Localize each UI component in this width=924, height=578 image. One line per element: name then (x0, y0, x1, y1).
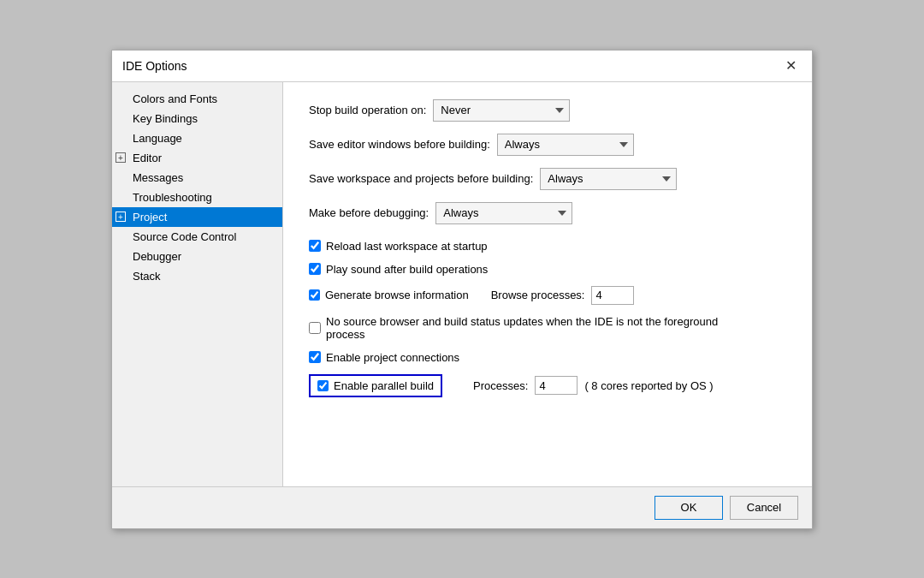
browse-processes-label: Browse processes: (491, 289, 585, 301)
processes-input[interactable] (535, 376, 578, 395)
processes-label: Processes: (473, 379, 528, 392)
stop-build-row: Stop build operation on: Never First err… (309, 99, 786, 122)
sidebar-item-messages[interactable]: Messages (112, 168, 282, 188)
make-debug-label: Make before debugging: (309, 206, 429, 219)
make-debug-row: Make before debugging: Always Never Ask (309, 202, 786, 224)
sidebar-item-debugger[interactable]: Debugger (112, 247, 282, 266)
save-editor-row: Save editor windows before building: Alw… (309, 134, 786, 156)
sidebar-label-colors-fonts: Colors and Fonts (133, 92, 217, 105)
parallel-build-checkbox[interactable] (317, 380, 329, 391)
sidebar-item-source-code-control[interactable]: Source Code Control (112, 227, 282, 247)
no-source-browser-row: No source browser and build status updat… (309, 315, 786, 341)
browse-processes-input[interactable] (591, 286, 634, 305)
sidebar-label-debugger: Debugger (133, 250, 181, 263)
browse-processes-wrapper: Browse processes: (491, 286, 635, 305)
sidebar-item-project[interactable]: + Project (112, 207, 282, 227)
expander-icon-project[interactable]: + (116, 212, 126, 222)
sidebar-label-troubleshooting: Troubleshooting (133, 191, 212, 204)
sidebar-item-colors-fonts[interactable]: Colors and Fonts (112, 89, 282, 109)
parallel-build-label[interactable]: Enable parallel build (334, 379, 434, 392)
save-workspace-wrapper: Always Never Ask (540, 168, 677, 190)
expander-icon-editor[interactable]: + (116, 152, 126, 163)
parallel-build-row: Enable parallel build Processes: ( 8 cor… (309, 374, 786, 397)
sidebar-label-stack: Stack (133, 270, 161, 283)
sidebar-item-stack[interactable]: Stack (112, 266, 282, 286)
enable-project-checkbox[interactable] (309, 351, 321, 363)
save-editor-label: Save editor windows before building: (309, 138, 490, 151)
no-source-browser-checkbox[interactable] (309, 322, 321, 334)
reload-workspace-row: Reload last workspace at startup (309, 240, 786, 253)
save-workspace-select[interactable]: Always Never Ask (540, 168, 677, 190)
sidebar-item-key-bindings[interactable]: Key Bindings (112, 109, 282, 128)
save-workspace-row: Save workspace and projects before build… (309, 168, 786, 190)
title-bar: IDE Options ✕ (112, 51, 812, 82)
browse-info-left: Generate browse information (309, 289, 469, 301)
play-sound-label[interactable]: Play sound after build operations (326, 263, 488, 276)
parallel-processes-wrapper: Processes: ( 8 cores reported by OS ) (473, 376, 714, 395)
browse-info-checkbox[interactable] (309, 289, 320, 301)
browse-info-row: Generate browse information Browse proce… (309, 286, 786, 305)
stop-build-label: Stop build operation on: (309, 104, 426, 116)
parallel-build-left: Enable parallel build (309, 374, 442, 397)
sidebar-item-editor[interactable]: + Editor (112, 148, 282, 168)
sidebar-label-key-bindings: Key Bindings (133, 112, 198, 125)
make-debug-select[interactable]: Always Never Ask (435, 202, 572, 224)
sidebar-label-source-code-control: Source Code Control (133, 230, 236, 243)
ok-button[interactable]: OK (654, 496, 723, 520)
sidebar-label-editor: Editor (133, 152, 162, 164)
enable-project-label[interactable]: Enable project connections (326, 351, 459, 364)
save-editor-select[interactable]: Always Never Ask (497, 134, 634, 156)
no-source-browser-label[interactable]: No source browser and build status updat… (326, 315, 737, 341)
dialog-footer: OK Cancel (112, 486, 812, 528)
sidebar-label-messages: Messages (133, 171, 183, 184)
sidebar-label-project: Project (133, 211, 167, 223)
sidebar: Colors and Fonts Key Bindings Language +… (112, 82, 283, 486)
enable-project-row: Enable project connections (309, 351, 786, 364)
stop-build-wrapper: Never First error Any error (433, 99, 570, 122)
parallel-build-highlighted: Enable parallel build (309, 374, 442, 397)
ide-options-dialog: IDE Options ✕ Colors and Fonts Key Bindi… (111, 50, 813, 529)
stop-build-select[interactable]: Never First error Any error (433, 99, 570, 122)
cores-info: ( 8 cores reported by OS ) (584, 379, 713, 392)
play-sound-row: Play sound after build operations (309, 263, 786, 276)
browse-info-label[interactable]: Generate browse information (325, 289, 469, 301)
reload-workspace-checkbox[interactable] (309, 240, 321, 252)
make-debug-wrapper: Always Never Ask (435, 202, 572, 224)
sidebar-label-language: Language (133, 132, 182, 145)
reload-workspace-label[interactable]: Reload last workspace at startup (326, 240, 488, 253)
dialog-title: IDE Options (122, 59, 187, 73)
save-editor-wrapper: Always Never Ask (497, 134, 634, 156)
play-sound-checkbox[interactable] (309, 263, 321, 275)
sidebar-item-language[interactable]: Language (112, 128, 282, 148)
main-content: Stop build operation on: Never First err… (283, 82, 812, 486)
close-button[interactable]: ✕ (780, 57, 802, 74)
save-workspace-label: Save workspace and projects before build… (309, 172, 533, 185)
cancel-button[interactable]: Cancel (730, 496, 798, 520)
dialog-body: Colors and Fonts Key Bindings Language +… (112, 82, 812, 486)
sidebar-item-troubleshooting[interactable]: Troubleshooting (112, 188, 282, 207)
